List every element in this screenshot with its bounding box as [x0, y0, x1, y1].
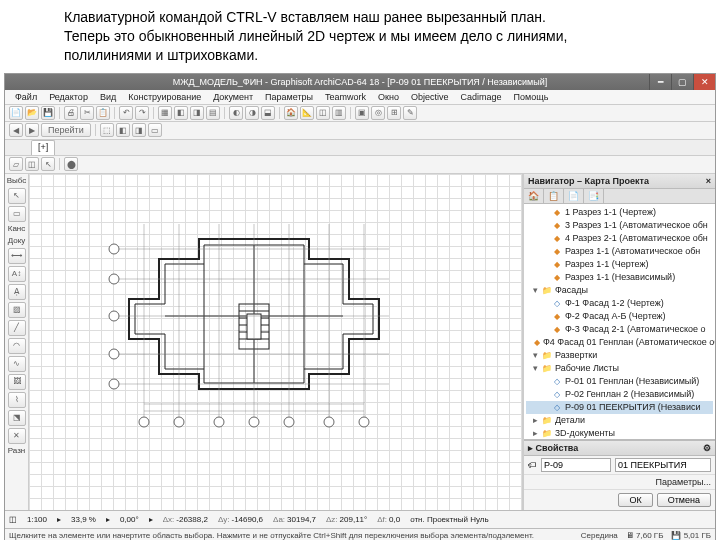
toolbar-button[interactable]: ◑	[245, 106, 259, 120]
toolbar-button[interactable]: ▥	[332, 106, 346, 120]
navigator-tab[interactable]: 📋	[544, 189, 564, 203]
toolbar-button[interactable]: ▶	[25, 123, 39, 137]
svg-point-29	[359, 417, 369, 427]
tree-item[interactable]: ◆3 Разрез 1-1 (Автоматическое обн	[526, 219, 713, 232]
zoom-value[interactable]: 33,9 %	[71, 515, 96, 524]
toolbox: Выбс ↖ ▭ Канс Доку ⟷ A↕ Ạ ▨ ╱ ◠ ∿ 🖼 ⌇ ⬔ …	[5, 174, 29, 510]
menu-item[interactable]: Файл	[9, 90, 43, 104]
angle-value[interactable]: 0,00°	[120, 515, 139, 524]
toolbar-button[interactable]: ⊞	[387, 106, 401, 120]
toolbar-button[interactable]: ↷	[135, 106, 149, 120]
toolbar-button[interactable]: ◧	[116, 123, 130, 137]
tree-item[interactable]: ▾📁Рабочие Листы	[526, 362, 713, 375]
arrow-tool[interactable]: ↖	[8, 188, 26, 204]
menu-item[interactable]: Окно	[372, 90, 405, 104]
toolbar-button[interactable]: ◐	[229, 106, 243, 120]
menu-item[interactable]: Редактор	[43, 90, 94, 104]
toolbar-button[interactable]: 🖨	[64, 106, 78, 120]
figure-tool[interactable]: ⬔	[8, 410, 26, 426]
toolbar-button[interactable]: 📋	[96, 106, 110, 120]
text-tool[interactable]: A↕	[8, 266, 26, 282]
panel-close-icon[interactable]: ×	[706, 176, 711, 186]
toolbar-button[interactable]: ⬤	[64, 157, 78, 171]
toolbar-button[interactable]: ↶	[119, 106, 133, 120]
close-button[interactable]: ✕	[693, 74, 715, 90]
tree-item[interactable]: ◆4 Разрез 2-1 (Автоматическое обн	[526, 232, 713, 245]
toolbar-button[interactable]: ▭	[148, 123, 162, 137]
tree-item[interactable]: ▸📁Детали	[526, 414, 713, 427]
toolbar-button[interactable]: ▣	[355, 106, 369, 120]
maximize-button[interactable]: ▢	[671, 74, 693, 90]
toolbar-button[interactable]: 📄	[9, 106, 23, 120]
toolbar-button[interactable]: ✎	[403, 106, 417, 120]
toolbar-button[interactable]: ◧	[174, 106, 188, 120]
menu-item[interactable]: Cadimage	[455, 90, 508, 104]
toolbar-button[interactable]: ◀	[9, 123, 23, 137]
drawing-canvas[interactable]	[29, 174, 523, 510]
worksheet-name-input[interactable]	[615, 458, 711, 472]
navigate-button[interactable]: Перейти	[41, 123, 91, 137]
menu-item[interactable]: Конструирование	[122, 90, 207, 104]
tree-item[interactable]: ▸📁3D-документы	[526, 427, 713, 440]
toolbar-button[interactable]: ✂	[80, 106, 94, 120]
ok-button[interactable]: ОК	[618, 493, 652, 507]
tree-item[interactable]: ◆Разрез 1-1 (Чертеж)	[526, 258, 713, 271]
toolbar-button[interactable]: 💾	[41, 106, 55, 120]
toolbar-button[interactable]: ◨	[190, 106, 204, 120]
cancel-button[interactable]: Отмена	[657, 493, 711, 507]
drawing-tool[interactable]: 🖼	[8, 374, 26, 390]
menu-item[interactable]: Objective	[405, 90, 455, 104]
status-hint: Щелкните на элементе или начертите облас…	[9, 531, 534, 540]
toolbar-button[interactable]: ◫	[25, 157, 39, 171]
dimension-tool[interactable]: ⟷	[8, 248, 26, 264]
toolbar-button[interactable]: ⬚	[100, 123, 114, 137]
toolbar-button[interactable]: ↖	[41, 157, 55, 171]
label-tool[interactable]: Ạ	[8, 284, 26, 300]
parameters-link[interactable]: Параметры...	[656, 477, 711, 487]
tree-item[interactable]: ▾📁Развертки	[526, 349, 713, 362]
settings-icon[interactable]: ⚙	[703, 443, 711, 453]
toolbar-button[interactable]: ⬓	[261, 106, 275, 120]
tree-item[interactable]: ▾📁Фасады	[526, 284, 713, 297]
tree-item[interactable]: ◇P-09 01 ПЕЕКРЫТИЯ (Независи	[526, 401, 713, 414]
navigator-tab[interactable]: 🏠	[524, 189, 544, 203]
hotspot-tool[interactable]: ✕	[8, 428, 26, 444]
navigator-tab[interactable]: 📄	[564, 189, 584, 203]
toolbar-button[interactable]: ▦	[158, 106, 172, 120]
menu-item[interactable]: Teamwork	[319, 90, 372, 104]
toolbar-button[interactable]: ◎	[371, 106, 385, 120]
toolbar-button[interactable]: ▱	[9, 157, 23, 171]
toolbar-button[interactable]: ◫	[316, 106, 330, 120]
navigator-tree[interactable]: ◆1 Разрез 1-1 (Чертеж)◆3 Разрез 1-1 (Авт…	[524, 204, 715, 440]
menu-item[interactable]: Документ	[207, 90, 259, 104]
tree-item[interactable]: ◆Ф4 Фасад 01 Генплан (Автоматическое обн…	[526, 336, 713, 349]
toolbar-button[interactable]: 🏠	[284, 106, 298, 120]
scale-value[interactable]: 1:100	[27, 515, 47, 524]
tree-item[interactable]: ◆Разрез 1-1 (Автоматическое обн	[526, 245, 713, 258]
toolbar-button[interactable]: ◨	[132, 123, 146, 137]
tree-item[interactable]: ◆1 Разрез 1-1 (Чертеж)	[526, 206, 713, 219]
minimize-button[interactable]: ━	[649, 74, 671, 90]
marquee-tool[interactable]: ▭	[8, 206, 26, 222]
polyline-tool[interactable]: ∿	[8, 356, 26, 372]
menu-item[interactable]: Помощь	[508, 90, 555, 104]
line-tool[interactable]: ╱	[8, 320, 26, 336]
menu-item[interactable]: Параметры	[259, 90, 319, 104]
spline-tool[interactable]: ⌇	[8, 392, 26, 408]
toolbar-button[interactable]: 📂	[25, 106, 39, 120]
worksheet-id-input[interactable]	[541, 458, 611, 472]
snap-mode[interactable]: Середина	[581, 531, 618, 540]
tree-item[interactable]: ◇P-01 01 Генплан (Независимый)	[526, 375, 713, 388]
tab-add[interactable]: [+]	[31, 140, 55, 155]
menu-item[interactable]: Вид	[94, 90, 122, 104]
toolbar-button[interactable]: ▤	[206, 106, 220, 120]
toolbar-button[interactable]: 📐	[300, 106, 314, 120]
tree-item[interactable]: ◆Разрез 1-1 (Независимый)	[526, 271, 713, 284]
navigator-tab[interactable]: 📑	[584, 189, 604, 203]
tree-item[interactable]: ◆Ф-2 Фасад А-Б (Чертеж)	[526, 310, 713, 323]
arc-tool[interactable]: ◠	[8, 338, 26, 354]
tree-item[interactable]: ◆Ф-3 Фасад 2-1 (Автоматическое о	[526, 323, 713, 336]
tree-item[interactable]: ◇P-02 Генплан 2 (Независимый)	[526, 388, 713, 401]
fill-tool[interactable]: ▨	[8, 302, 26, 318]
tree-item[interactable]: ◇Ф-1 Фасад 1-2 (Чертеж)	[526, 297, 713, 310]
